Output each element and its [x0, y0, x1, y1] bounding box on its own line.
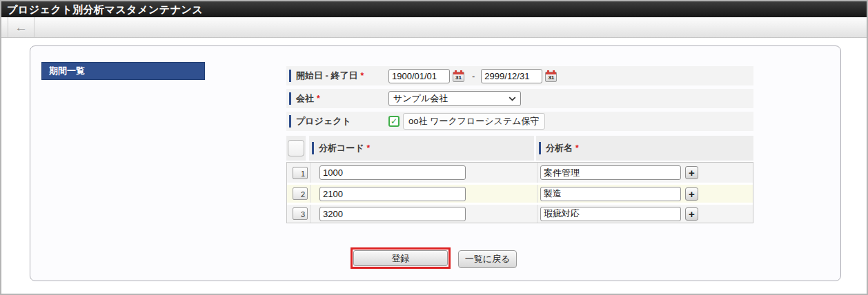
project-label: プロジェクト [296, 115, 351, 128]
app-window: プロジェクト別分析マスタメンテナンス ← 期間一覧 開始日 - 終了日 * [0, 0, 868, 295]
date-range-value-cell: 31 - 31 [388, 69, 557, 83]
table-row: 3 + [287, 203, 753, 223]
section-title-period-list: 期間一覧 [41, 62, 205, 80]
back-to-list-button[interactable]: 一覧に戻る [458, 250, 517, 268]
row-number-button[interactable]: 1 [293, 167, 308, 179]
toolbar: ← [1, 17, 867, 38]
table-row: 1 + [287, 163, 753, 183]
plus-icon: + [689, 189, 695, 199]
register-highlight-box: 登録 [351, 247, 451, 269]
required-mark: * [575, 143, 579, 153]
name-cell: + [537, 205, 753, 223]
accent-bar [289, 115, 291, 128]
accent-bar [312, 142, 314, 154]
code-cell [310, 163, 537, 183]
row-number-cell: 1 [287, 163, 310, 183]
accent-bar [539, 142, 541, 154]
table-row: 2 + [287, 183, 753, 203]
analysis-name-input[interactable] [540, 187, 681, 201]
table-header: 分析コード * 分析名 * [286, 136, 753, 161]
calendar-icon[interactable]: 31 [545, 72, 557, 82]
plus-icon: + [689, 209, 695, 219]
company-label: 会社 [296, 92, 314, 105]
code-cell [310, 185, 537, 203]
table-body: 1 + 2 [286, 162, 753, 223]
date-separator: - [472, 71, 475, 81]
add-row-button[interactable]: + [685, 166, 698, 179]
analysis-name-input[interactable] [540, 165, 681, 180]
project-label-cell: プロジェクト [286, 112, 388, 131]
back-arrow-icon: ← [14, 21, 28, 34]
row-number-button[interactable]: 3 [293, 207, 308, 220]
row-number-cell: 3 [287, 205, 310, 223]
row-number-cell: 2 [287, 185, 310, 203]
register-button[interactable]: 登録 [353, 250, 448, 266]
required-mark: * [317, 94, 320, 103]
form-row-project: プロジェクト ✓ oo社 ワークフローシステム保守 [286, 112, 753, 131]
header-name-cell: 分析名 * [536, 136, 753, 161]
page-title: プロジェクト別分析マスタメンテナンス [1, 1, 867, 17]
select-all-box[interactable] [288, 140, 304, 156]
company-select[interactable]: サンプル会社 [388, 91, 521, 106]
required-mark: * [361, 71, 364, 81]
add-row-button[interactable]: + [685, 207, 698, 221]
code-column-label: 分析コード [319, 142, 364, 154]
analysis-code-input[interactable] [319, 165, 466, 180]
required-mark: * [367, 143, 371, 153]
company-value-cell: サンプル会社 [388, 91, 521, 106]
calendar-day-label: 31 [546, 74, 556, 81]
analysis-name-input[interactable] [540, 207, 681, 221]
accent-bar [289, 70, 291, 82]
calendar-icon[interactable]: 31 [453, 72, 464, 82]
company-label-cell: 会社 * [286, 89, 388, 108]
checkmark-icon: ✓ [391, 116, 397, 126]
analysis-code-input[interactable] [319, 207, 466, 221]
project-name-box: oo社 ワークフローシステム保守 [403, 113, 545, 130]
company-selected-value: サンプル会社 [393, 92, 448, 105]
add-row-button[interactable]: + [685, 187, 698, 201]
accent-bar [289, 92, 291, 105]
chevron-down-icon [509, 96, 516, 101]
end-date-input[interactable] [481, 69, 542, 83]
form-area: 開始日 - 終了日 * 31 - 31 [286, 66, 753, 134]
header-code-cell: 分析コード * [309, 136, 534, 161]
header-select-cell [286, 136, 306, 161]
calendar-day-label: 31 [453, 74, 464, 81]
code-cell [310, 205, 537, 223]
analysis-table: 分析コード * 分析名 * 1 [286, 136, 753, 223]
analysis-code-input[interactable] [319, 187, 466, 201]
row-number-button[interactable]: 2 [293, 187, 308, 200]
date-range-label: 開始日 - 終了日 [296, 70, 358, 82]
plus-icon: + [689, 167, 695, 178]
name-cell: + [537, 185, 753, 203]
name-column-label: 分析名 [546, 142, 573, 154]
content-area: 期間一覧 開始日 - 終了日 * 31 - [1, 38, 867, 294]
date-range-label-cell: 開始日 - 終了日 * [286, 66, 388, 85]
back-button[interactable]: ← [8, 17, 34, 37]
form-row-company: 会社 * サンプル会社 [286, 89, 753, 108]
main-panel: 期間一覧 開始日 - 終了日 * 31 - [30, 45, 841, 281]
project-checkbox[interactable]: ✓ [388, 116, 400, 127]
name-cell: + [537, 163, 753, 183]
project-value-cell: ✓ oo社 ワークフローシステム保守 [388, 113, 545, 130]
start-date-input[interactable] [388, 69, 450, 83]
form-row-date-range: 開始日 - 終了日 * 31 - 31 [286, 66, 753, 85]
